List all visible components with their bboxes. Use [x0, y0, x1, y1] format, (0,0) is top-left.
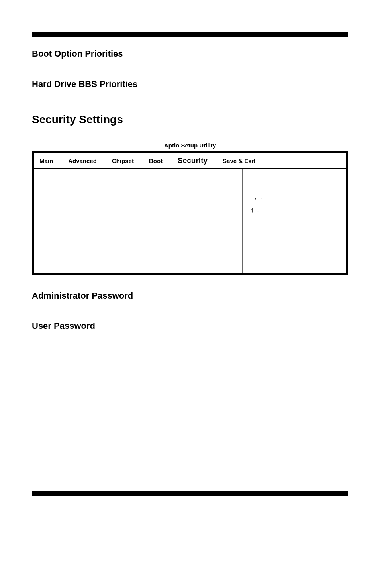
tab-main: Main — [39, 157, 53, 164]
arrows-up-down: ↑ ↓ — [251, 205, 338, 216]
bios-caption: Aptio Setup Utility — [32, 142, 348, 149]
bios-tab-row: Main Advanced Chipset Boot Security Save… — [34, 153, 346, 169]
heading-boot-option-priorities: Boot Option Priorities — [32, 49, 348, 59]
section-security-settings: Security Settings — [32, 113, 348, 126]
heading-user-password: User Password — [32, 321, 348, 331]
heading-hard-drive-bbs-priorities: Hard Drive BBS Priorities — [32, 79, 348, 89]
bios-body-right: → ← ↑ ↓ — [243, 169, 346, 273]
arrows-left-right: → ← — [251, 193, 338, 205]
tab-security: Security — [178, 156, 208, 165]
tab-save-exit: Save & Exit — [223, 157, 255, 164]
bios-table: Main Advanced Chipset Boot Security Save… — [32, 151, 348, 275]
bottom-divider — [32, 491, 348, 496]
heading-administrator-password: Administrator Password — [32, 291, 348, 301]
top-divider — [32, 32, 348, 37]
bios-body-left — [34, 169, 243, 273]
tab-advanced: Advanced — [68, 157, 97, 164]
tab-boot: Boot — [149, 157, 163, 164]
tab-chipset: Chipset — [112, 157, 134, 164]
bios-body: → ← ↑ ↓ — [34, 169, 346, 273]
